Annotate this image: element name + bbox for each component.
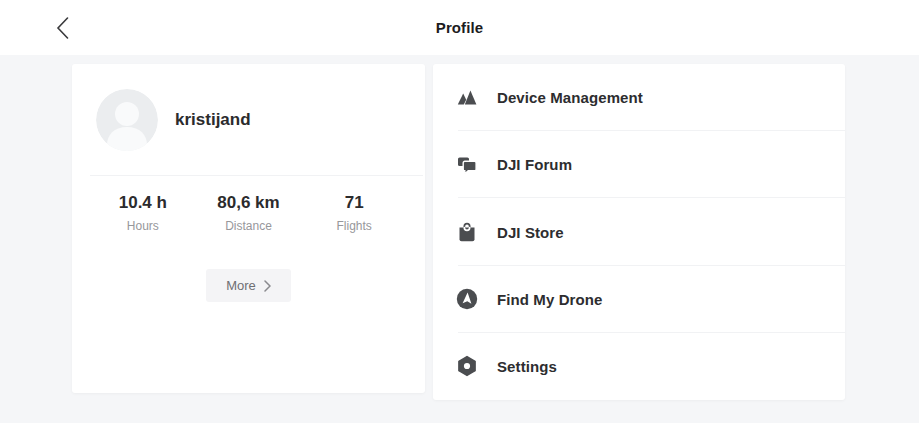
stat-distance-label: Distance: [196, 219, 302, 233]
menu-item-label: DJI Store: [497, 224, 564, 241]
device-management-icon: [455, 86, 479, 110]
stat-flights-value: 71: [301, 193, 407, 213]
user-row[interactable]: kristijand: [72, 64, 425, 175]
more-button[interactable]: More: [206, 269, 291, 302]
menu-item-dji-store[interactable]: DJI Store: [433, 198, 845, 265]
stat-flights: 71 Flights: [301, 193, 407, 233]
profile-card: kristijand 10.4 h Hours 80,6 km Distance…: [72, 64, 425, 393]
stat-hours-label: Hours: [90, 219, 196, 233]
menu-item-settings[interactable]: Settings: [433, 333, 845, 400]
stat-flights-label: Flights: [301, 219, 407, 233]
menu-item-device-management[interactable]: Device Management: [433, 64, 845, 131]
username: kristijand: [175, 110, 251, 130]
header: Profile: [0, 0, 919, 55]
store-icon: [455, 220, 479, 244]
forum-icon: [455, 153, 479, 177]
menu-item-find-my-drone[interactable]: Find My Drone: [433, 266, 845, 333]
stat-hours-value: 10.4 h: [90, 193, 196, 213]
menu-list: Device Management DJI Forum: [433, 64, 845, 400]
avatar[interactable]: [96, 89, 158, 151]
avatar-placeholder-icon: [96, 89, 158, 151]
more-wrap: More: [72, 269, 425, 302]
menu-card: Device Management DJI Forum: [433, 64, 845, 400]
stats-row: 10.4 h Hours 80,6 km Distance 71 Flights: [72, 176, 425, 233]
stat-distance: 80,6 km Distance: [196, 193, 302, 233]
chevron-right-icon: [264, 280, 271, 292]
menu-item-label: Settings: [497, 358, 557, 375]
back-button[interactable]: [42, 0, 82, 55]
chevron-left-icon: [56, 17, 69, 39]
menu-item-label: DJI Forum: [497, 156, 572, 173]
menu-item-label: Device Management: [497, 89, 643, 106]
stat-distance-value: 80,6 km: [196, 193, 302, 213]
menu-item-label: Find My Drone: [497, 291, 602, 308]
menu-item-dji-forum[interactable]: DJI Forum: [433, 131, 845, 198]
stat-hours: 10.4 h Hours: [90, 193, 196, 233]
page-title: Profile: [436, 19, 483, 36]
find-my-drone-icon: [455, 287, 479, 311]
more-button-label: More: [226, 278, 256, 293]
settings-icon: [455, 354, 479, 378]
